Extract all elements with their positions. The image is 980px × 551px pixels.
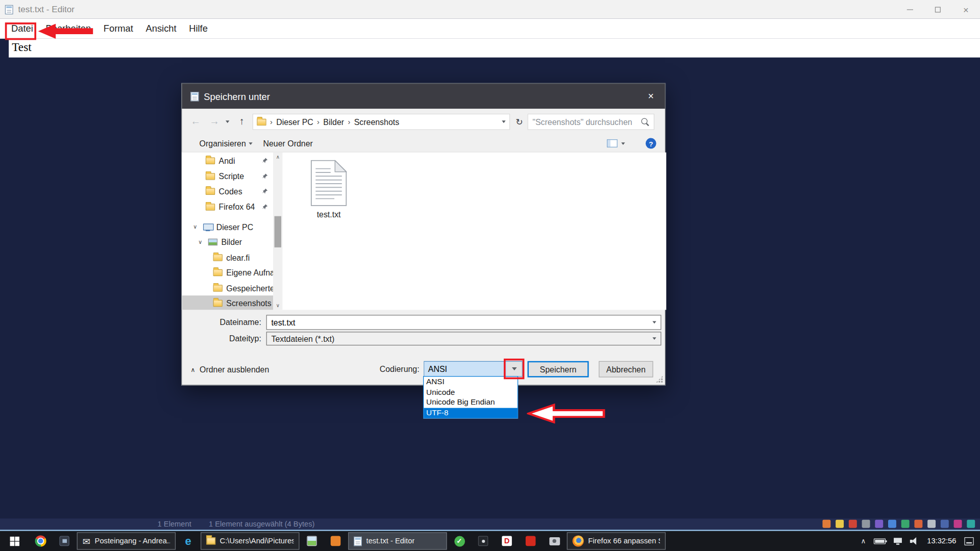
network-icon[interactable] xyxy=(894,538,902,544)
taskbar-task-firefox[interactable]: Firefox 66 anpassen St... xyxy=(567,532,666,549)
strip-icon xyxy=(914,520,922,528)
taskbar-icon-red-app[interactable] xyxy=(519,531,543,551)
pin-icon xyxy=(262,173,268,179)
filename-input[interactable]: test.txt xyxy=(266,315,662,330)
forward-button[interactable]: → xyxy=(209,116,219,127)
sidebar-item-codes[interactable]: Codes xyxy=(182,184,273,198)
sidebar-item-firefox-64[interactable]: Firefox 64 xyxy=(182,199,273,214)
annotation-box-encoding xyxy=(504,359,524,379)
maximize-button[interactable] xyxy=(924,0,952,19)
hide-folders-button[interactable]: ∧ Ordner ausblenden xyxy=(190,365,269,374)
menu-item-format[interactable]: Format xyxy=(97,19,140,39)
sidebar-item-screenshots[interactable]: Screenshots xyxy=(182,295,273,310)
filetype-combobox[interactable]: Textdateien (*.txt) xyxy=(266,332,662,345)
sidebar-item-label: Scripte xyxy=(219,171,244,181)
dialog-toolbar: ← → ↑ › Dieser PC › Bilder › Screenshots… xyxy=(182,109,665,135)
new-folder-button[interactable]: Neuer Ordner xyxy=(263,135,313,152)
save-button[interactable]: Speichern xyxy=(527,361,589,378)
minimize-button[interactable] xyxy=(896,0,924,19)
chevron-up-icon: ∧ xyxy=(276,154,280,160)
address-dropdown-icon[interactable] xyxy=(502,120,505,123)
taskbar-icon-remote[interactable]: ✓ xyxy=(448,531,472,551)
sidebar-item-label: Eigene Aufna xyxy=(226,268,273,277)
view-options-button[interactable] xyxy=(607,139,618,147)
action-center-button[interactable] xyxy=(964,537,973,545)
taskbar-task-mail[interactable]: ✉ Posteingang - Andrea... xyxy=(77,532,176,549)
dark-app-icon xyxy=(478,536,488,546)
back-button[interactable]: ← xyxy=(190,116,201,127)
sidebar-item-dieser-pc[interactable]: ∨ Dieser PC xyxy=(182,219,273,234)
menu-item-ansicht[interactable]: Ansicht xyxy=(139,19,183,39)
pin-icon xyxy=(262,188,268,194)
notepad-icon xyxy=(5,5,13,14)
encoding-option-unicode-big-endian[interactable]: Unicode Big Endian xyxy=(424,397,518,408)
firefox-icon xyxy=(573,535,584,546)
taskbar-icon-app[interactable] xyxy=(53,531,77,551)
resize-grip[interactable] xyxy=(655,375,663,383)
view-dropdown-icon[interactable] xyxy=(621,142,625,145)
task-label: test.txt - Editor xyxy=(366,537,415,545)
scroll-down-button[interactable]: ∨ xyxy=(273,301,282,310)
taskbar-icon-tool[interactable] xyxy=(324,531,348,551)
tray-expand-button[interactable]: ∧ xyxy=(861,538,866,544)
up-button[interactable]: ↑ xyxy=(239,116,244,127)
sidebar-item-label: Bilder xyxy=(221,237,242,246)
sidebar-item-andi[interactable]: Andi xyxy=(182,153,273,168)
strip-icon xyxy=(875,520,883,528)
explorer-status-strip: 1 Element 1 Element ausgewählt (4 Bytes) xyxy=(0,518,980,530)
encoding-option-unicode[interactable]: Unicode xyxy=(424,387,518,397)
taskbar-task-notepad[interactable]: test.txt - Editor xyxy=(348,532,447,549)
taskbar-icon-d-app[interactable]: D xyxy=(495,531,519,551)
dialog-content: Andi Scripte Codes Firefox 64 ∨ Dieser P… xyxy=(182,153,666,310)
tree-scrollbar[interactable]: ∧ ∨ xyxy=(273,153,282,310)
breadcrumb-bilder[interactable]: Bilder xyxy=(323,117,344,127)
encoding-option-utf8[interactable]: UTF-8 xyxy=(424,408,518,418)
refresh-button[interactable]: ↻ xyxy=(512,114,527,130)
scroll-up-button[interactable]: ∧ xyxy=(273,153,282,161)
breadcrumb-dieser-pc[interactable]: Dieser PC xyxy=(276,117,313,127)
dialog-close-button[interactable]: × xyxy=(637,84,665,109)
taskbar-icon-image-viewer[interactable] xyxy=(300,531,324,551)
notepad-text-area[interactable]: Test xyxy=(9,39,980,58)
menu-item-hilfe[interactable]: Hilfe xyxy=(183,19,214,39)
expand-chevron-icon[interactable]: ∨ xyxy=(198,239,202,245)
status-selection: 1 Element ausgewählt (4 Bytes) xyxy=(209,520,314,529)
taskbar-icon-chrome[interactable] xyxy=(29,531,53,551)
search-icon xyxy=(641,118,649,126)
sidebar-item-clear-fi[interactable]: clear.fi xyxy=(182,250,273,265)
taskbar-task-explorer[interactable]: C:\Users\Andi\Pictures... xyxy=(201,532,299,549)
scrollbar-thumb[interactable] xyxy=(275,216,281,247)
sidebar-item-label: Andi xyxy=(219,156,235,165)
encoding-label: Codierung: xyxy=(370,361,420,377)
clock[interactable]: 13:32:56 xyxy=(927,537,956,545)
expand-chevron-icon[interactable]: ∨ xyxy=(193,223,197,230)
sidebar-item-gespeicherte[interactable]: Gespeicherte xyxy=(182,281,273,295)
sidebar-item-bilder[interactable]: ∨ Bilder xyxy=(182,234,273,249)
organize-button[interactable]: Organisieren xyxy=(200,135,253,152)
recent-locations-button[interactable] xyxy=(226,120,229,123)
volume-icon[interactable] xyxy=(910,537,919,545)
taskbar-icon-dark-app[interactable] xyxy=(471,531,495,551)
filetype-label: Dateityp: xyxy=(182,334,261,343)
taskbar-icon-edge[interactable]: e xyxy=(176,531,200,551)
cancel-button[interactable]: Abbrechen xyxy=(599,361,653,378)
sidebar-item-scripte[interactable]: Scripte xyxy=(182,169,273,184)
close-button[interactable]: × xyxy=(952,0,980,19)
battery-icon[interactable] xyxy=(874,538,886,544)
start-button[interactable] xyxy=(0,531,29,551)
file-item-test-txt[interactable]: test.txt xyxy=(301,160,357,219)
strip-icon xyxy=(967,520,975,528)
search-input[interactable]: "Screenshots" durchsuchen xyxy=(527,114,654,130)
filename-dropdown-button[interactable] xyxy=(648,315,660,329)
taskbar-icon-snipping[interactable] xyxy=(543,531,567,551)
help-button[interactable]: ? xyxy=(646,138,656,149)
filetype-dropdown-button[interactable] xyxy=(648,332,660,344)
sidebar-item-eigene-aufnahmen[interactable]: Eigene Aufna xyxy=(182,265,273,280)
sidebar-item-label: Dieser PC xyxy=(216,222,254,231)
breadcrumb-screenshots[interactable]: Screenshots xyxy=(354,117,399,127)
text-file-icon xyxy=(311,160,347,206)
close-icon: × xyxy=(963,5,969,14)
address-bar[interactable]: › Dieser PC › Bilder › Screenshots xyxy=(253,114,510,130)
d-app-icon: D xyxy=(502,536,512,546)
search-placeholder: "Screenshots" durchsuchen xyxy=(532,117,641,127)
